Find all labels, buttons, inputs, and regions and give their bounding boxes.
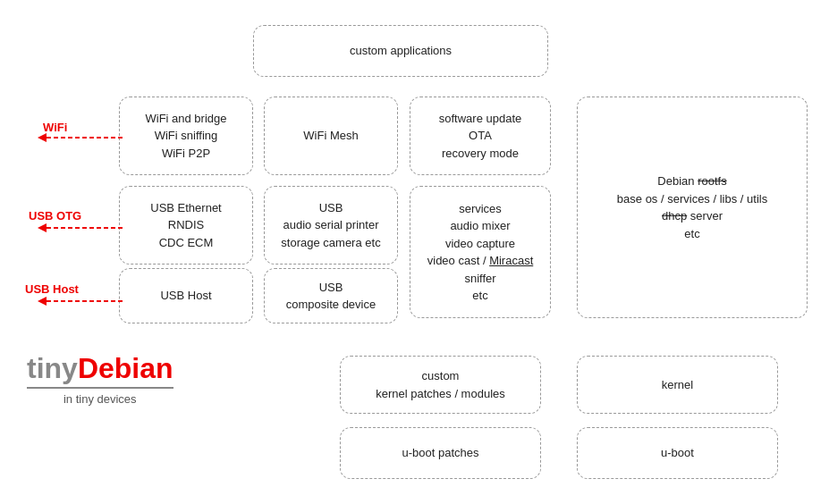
uboot-box: u-boot xyxy=(577,427,778,479)
wifi-mesh-box: WiFi Mesh xyxy=(264,97,398,175)
kernel-label: kernel xyxy=(662,376,693,394)
svg-marker-1 xyxy=(38,133,47,142)
software-update-box: software updateOTArecovery mode xyxy=(410,97,551,175)
usb-otg-arrow-label: USB OTG xyxy=(29,209,81,223)
usb-audio-label: USBaudio serial printerstorage camera et… xyxy=(281,199,380,252)
services-label: servicesaudio mixervideo capturevideo ca… xyxy=(427,200,534,305)
usb-audio-box: USBaudio serial printerstorage camera et… xyxy=(264,186,398,265)
logo-debian: Debian xyxy=(78,352,173,384)
custom-kernel-label: customkernel patches / modules xyxy=(376,367,505,402)
usb-host-arrow-label: USB Host xyxy=(25,282,79,296)
wifi-bridge-box: WiFi and bridgeWiFi sniffingWiFi P2P xyxy=(119,97,253,175)
logo-underline-bar xyxy=(27,387,173,389)
svg-marker-5 xyxy=(38,297,47,306)
architecture-diagram: custom applications WiFi and bridgeWiFi … xyxy=(0,0,829,504)
svg-marker-3 xyxy=(38,223,47,232)
custom-applications-label: custom applications xyxy=(350,42,452,60)
usb-composite-box: USBcomposite device xyxy=(264,268,398,323)
usb-host-label: USB Host xyxy=(160,287,211,305)
usb-ethernet-label: USB EthernetRNDISCDC ECM xyxy=(150,199,222,252)
services-box: servicesaudio mixervideo capturevideo ca… xyxy=(410,186,551,318)
software-update-label: software updateOTArecovery mode xyxy=(439,110,522,163)
logo-tiny: tiny xyxy=(27,352,78,384)
wifi-arrow-line xyxy=(38,132,123,143)
usb-otg-arrow-line xyxy=(38,223,123,233)
logo-subtitle: in tiny devices xyxy=(27,392,173,406)
logo: tinyDebian in tiny devices xyxy=(27,352,173,406)
debian-rootfs-label: Debian rootfs base os / services / libs … xyxy=(617,172,767,242)
wifi-mesh-label: WiFi Mesh xyxy=(303,127,358,145)
kernel-box: kernel xyxy=(577,356,778,414)
usb-composite-label: USBcomposite device xyxy=(286,279,376,314)
wifi-bridge-label: WiFi and bridgeWiFi sniffingWiFi P2P xyxy=(145,110,226,163)
usb-host-box: USB Host xyxy=(119,268,253,323)
usb-host-arrow-line xyxy=(38,296,123,307)
uboot-patches-label: u-boot patches xyxy=(402,444,478,462)
custom-kernel-box: customkernel patches / modules xyxy=(340,356,541,414)
uboot-label: u-boot xyxy=(661,444,694,462)
debian-rootfs-box: Debian rootfs base os / services / libs … xyxy=(577,97,808,318)
usb-ethernet-box: USB EthernetRNDISCDC ECM xyxy=(119,186,253,265)
custom-applications-box: custom applications xyxy=(253,25,548,77)
uboot-patches-box: u-boot patches xyxy=(340,427,541,479)
